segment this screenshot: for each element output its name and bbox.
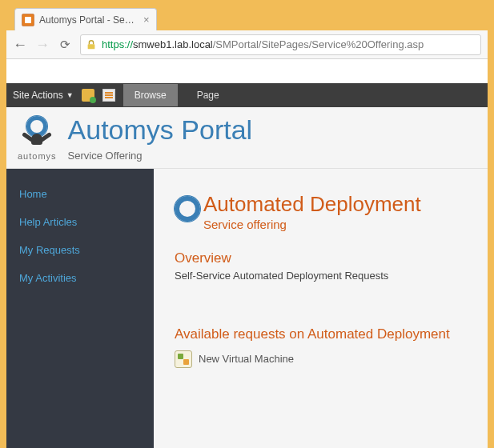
sidebar-item-help-articles[interactable]: Help Articles <box>6 208 154 236</box>
request-label: New Virtual Machine <box>199 353 294 365</box>
sidebar-item-my-requests[interactable]: My Requests <box>6 236 154 264</box>
sidebar-item-my-activities[interactable]: My Activities <box>6 264 154 292</box>
site-title[interactable]: Automys Portal <box>68 115 253 145</box>
breadcrumb[interactable]: Service Offering <box>68 150 253 162</box>
address-bar: ← → ⟳ https://smweb1.lab.local/SMPortal/… <box>6 30 488 59</box>
logo-text: automys <box>18 151 57 161</box>
url-text: https://smweb1.lab.local/SMPortal/SitePa… <box>102 38 424 50</box>
page-title: Automated Deployment <box>203 193 421 216</box>
chevron-down-icon: ▼ <box>66 91 74 99</box>
tab-title: Automys Portal - Service O <box>39 14 135 26</box>
reload-button[interactable]: ⟳ <box>58 38 72 50</box>
tab-page[interactable]: Page <box>186 84 231 106</box>
url-input[interactable]: https://smweb1.lab.local/SMPortal/SitePa… <box>80 34 481 55</box>
automys-logo-icon <box>20 116 54 150</box>
gear-icon <box>175 196 200 222</box>
navigate-up-icon[interactable] <box>82 89 94 102</box>
site-banner: automys Automys Portal Service Offering <box>6 107 488 169</box>
lock-warning-icon <box>86 39 97 50</box>
main-content: Automated Deployment Service offering Ov… <box>154 169 488 448</box>
sharepoint-ribbon: Site Actions ▼ Browse Page <box>6 83 488 107</box>
vm-icon <box>175 350 192 368</box>
edit-page-icon[interactable] <box>102 89 115 102</box>
back-button[interactable]: ← <box>13 38 27 52</box>
site-actions-label: Site Actions <box>13 90 63 101</box>
sidebar-nav: Home Help Articles My Requests My Activi… <box>6 169 154 448</box>
overview-heading: Overview <box>175 250 488 266</box>
browser-tabbar: Automys Portal - Service O × <box>6 6 488 30</box>
overview-text: Self-Service Automated Deployment Reques… <box>175 270 488 282</box>
sidebar-item-home[interactable]: Home <box>6 180 154 208</box>
forward-button: → <box>35 38 50 52</box>
available-requests-heading: Available requests on Automated Deployme… <box>175 326 488 342</box>
request-item[interactable]: New Virtual Machine <box>175 350 488 368</box>
browser-tab[interactable]: Automys Portal - Service O × <box>14 8 157 30</box>
page-subtitle: Service offering <box>203 218 421 231</box>
tab-browse[interactable]: Browse <box>123 84 178 106</box>
site-logo[interactable]: automys <box>18 116 57 161</box>
site-actions-menu[interactable]: Site Actions ▼ <box>13 90 74 101</box>
close-icon[interactable]: × <box>143 14 150 26</box>
svg-rect-0 <box>88 44 95 49</box>
favicon-icon <box>22 14 34 26</box>
